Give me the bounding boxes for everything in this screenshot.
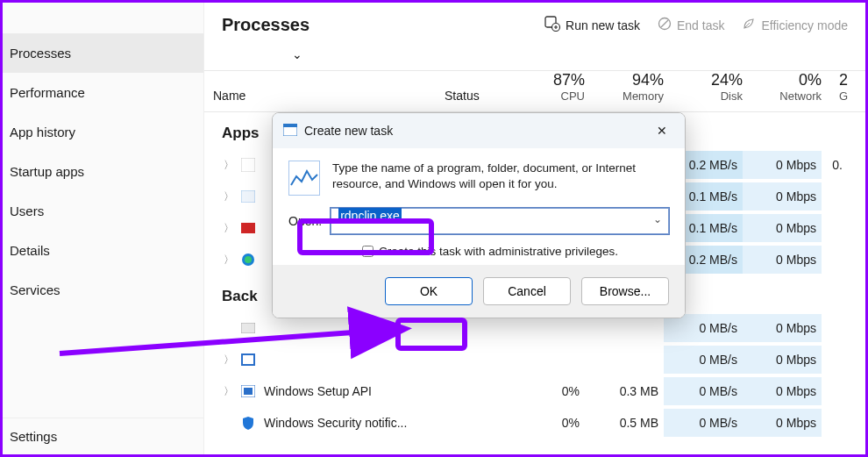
app-icon <box>239 382 257 400</box>
svg-rect-6 <box>241 223 255 233</box>
run-icon <box>288 161 320 196</box>
expand-icon[interactable]: 〉 <box>224 353 236 368</box>
admin-checkbox-label: Create this task with administrative pri… <box>379 245 618 258</box>
leaf-icon <box>742 17 756 33</box>
dialog-title-text: Create new task <box>304 124 393 138</box>
admin-checkbox[interactable] <box>362 246 374 257</box>
sidebar-item-app-history[interactable]: App history <box>3 112 203 152</box>
end-task-icon <box>658 17 672 33</box>
sidebar: Processes Performance App history Startu… <box>3 3 204 454</box>
sidebar-item-performance[interactable]: Performance <box>3 73 203 112</box>
edge-icon <box>239 251 257 268</box>
process-row[interactable]: 〉 0 MB/s 0 Mbps <box>204 344 865 375</box>
dialog-description: Type the name of a program, folder, docu… <box>332 161 669 196</box>
sidebar-item-details[interactable]: Details <box>3 231 203 270</box>
column-disk[interactable]: 24%Disk <box>664 71 743 103</box>
dialog-titlebar[interactable]: Create new task ✕ <box>273 113 685 148</box>
ok-button[interactable]: OK <box>385 277 473 305</box>
column-memory[interactable]: 94%Memory <box>585 71 664 103</box>
app-icon <box>239 188 257 205</box>
expand-icon[interactable]: 〉 <box>224 158 236 173</box>
run-new-task-button[interactable]: Run new task <box>544 16 640 34</box>
sort-chevron-icon[interactable]: ⌄ <box>292 47 302 61</box>
shield-icon <box>239 414 257 432</box>
open-label: Open: <box>288 214 322 228</box>
column-cpu[interactable]: 87%CPU <box>506 71 585 103</box>
sidebar-item-settings[interactable]: Settings <box>3 418 203 454</box>
svg-rect-9 <box>241 323 255 333</box>
process-row[interactable]: 〉 Windows Setup API 0% 0.3 MB 0 MB/s 0 M… <box>204 375 865 407</box>
sidebar-item-startup-apps[interactable]: Startup apps <box>3 152 203 191</box>
svg-rect-4 <box>241 158 255 172</box>
svg-rect-15 <box>283 124 297 127</box>
open-input[interactable]: rdpclip.exe <box>331 208 669 234</box>
cancel-button[interactable]: Cancel <box>483 277 571 305</box>
svg-point-8 <box>245 256 252 263</box>
column-status[interactable]: Status <box>445 89 506 103</box>
svg-rect-11 <box>243 355 253 364</box>
process-name: Windows Setup API <box>264 384 445 398</box>
svg-line-3 <box>661 20 668 27</box>
efficiency-mode-button: Efficiency mode <box>742 17 848 33</box>
column-gpu[interactable]: 2G <box>822 71 848 103</box>
expand-icon[interactable]: 〉 <box>224 221 236 236</box>
expand-icon[interactable]: 〉 <box>224 253 236 268</box>
svg-rect-13 <box>244 388 253 395</box>
app-icon <box>239 156 257 174</box>
sidebar-item-users[interactable]: Users <box>3 191 203 231</box>
create-new-task-dialog: Create new task ✕ Type the name of a pro… <box>272 112 686 318</box>
sidebar-item-services[interactable]: Services <box>3 270 203 310</box>
svg-rect-5 <box>241 190 255 203</box>
page-title: Processes <box>222 15 309 35</box>
run-task-icon <box>544 16 560 34</box>
process-row[interactable]: Windows Security notific... 0% 0.5 MB 0 … <box>204 407 865 439</box>
app-icon <box>239 319 257 337</box>
app-icon <box>239 351 257 368</box>
window-icon <box>283 124 297 139</box>
process-name: Windows Security notific... <box>264 416 445 430</box>
app-icon <box>239 219 257 237</box>
expand-icon[interactable]: 〉 <box>224 189 236 204</box>
sidebar-item-processes[interactable]: Processes <box>3 33 203 73</box>
expand-icon[interactable]: 〉 <box>224 384 236 399</box>
end-task-button: End task <box>658 17 724 33</box>
column-name[interactable]: Name <box>213 89 445 103</box>
columns-header: ⌄ <box>204 47 865 71</box>
column-network[interactable]: 0%Network <box>743 71 822 103</box>
browse-button[interactable]: Browse... <box>581 277 669 305</box>
close-button[interactable]: ✕ <box>650 120 674 141</box>
